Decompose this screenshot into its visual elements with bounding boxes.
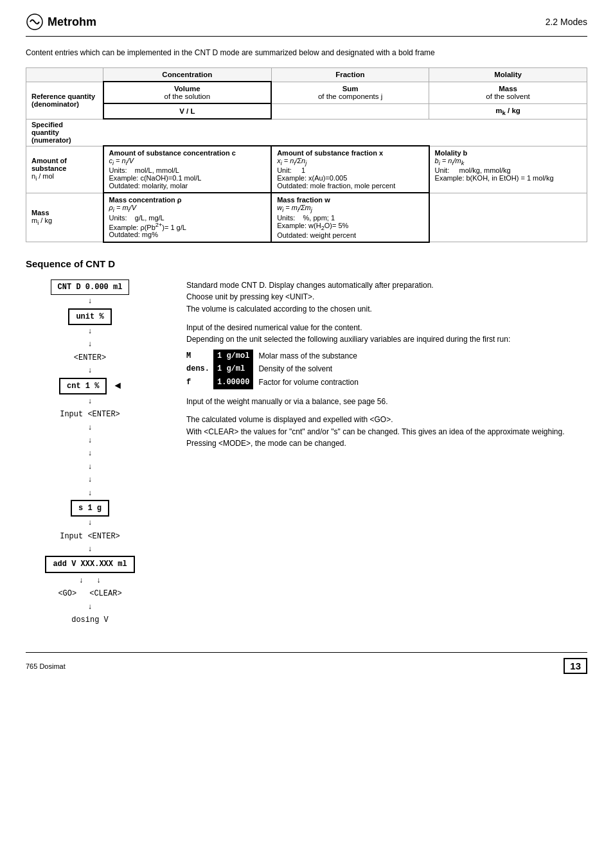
aux-dens-value: 1 g/ml xyxy=(213,362,253,376)
arrow5b: ↓ xyxy=(87,434,92,447)
arrow2: ↓ xyxy=(87,325,92,338)
step3-label: <ENTER> xyxy=(74,351,106,364)
step9a-label: <GO> xyxy=(58,587,76,600)
aux-dens-desc: Density of the solvent xyxy=(253,362,363,376)
volume-header: Volumeof the solution xyxy=(103,82,272,103)
aux-var-table: M 1 g/mol Molar mass of the substance de… xyxy=(186,350,364,389)
col-molality: Molality xyxy=(429,68,587,82)
fraction-x-cell: Amount of substance fraction x xi = ni/Σ… xyxy=(271,146,429,193)
sequence-diagram: CNT D 0.000 ml ↓ unit % ↓ ↓ <ENTER> ↓ cn… xyxy=(26,279,167,627)
step2-box: unit % xyxy=(68,308,111,325)
step4-box: cnt 1 % xyxy=(59,378,107,394)
mass-fraction-cell: Mass fraction w wi = mi/Σmj Units: %, pp… xyxy=(271,193,429,242)
amount-substance-label: Amount of substanceni / mol xyxy=(26,146,103,193)
sequence-container: CNT D 0.000 ml ↓ unit % ↓ ↓ <ENTER> ↓ cn… xyxy=(26,279,587,627)
step9-row: ↓ ↓ xyxy=(79,574,101,587)
bracket-left-arrow: ◄ xyxy=(114,378,121,395)
sequence-title: Sequence of CNT D xyxy=(26,258,587,269)
arrow7: ↓ xyxy=(87,543,92,556)
step6-box: s 1 g xyxy=(71,500,109,517)
col-fraction: Fraction xyxy=(271,68,429,82)
ref-qty-label: Reference quantity(denominator) xyxy=(26,82,103,119)
section-title: 2.2 Modes xyxy=(546,17,587,27)
metrohm-logo-icon xyxy=(26,13,44,31)
arrow4: ↓ xyxy=(87,395,92,408)
page-footer: 765 Dosimat 13 xyxy=(26,652,587,674)
molality-b-cell: Molality b bi = ni/mk Unit: mol/kg, mmol… xyxy=(429,146,587,193)
sequence-text: Standard mode CNT D. Display changes aut… xyxy=(186,279,587,450)
arrow5f: ↓ xyxy=(87,487,92,500)
arrow5e: ↓ xyxy=(87,474,92,486)
aux-dens-label: dens. xyxy=(186,362,213,376)
aux-f-desc: Factor for volume contraction xyxy=(253,376,363,389)
arrow3: ↓ xyxy=(87,364,92,377)
logo: Metrohm xyxy=(26,13,96,31)
modes-table-full: Concentration Fraction Molality Referenc… xyxy=(26,67,587,243)
mass-concentration-cell: Mass concentration ρ ρi = mi/V Units: g/… xyxy=(103,193,272,242)
concentration-c-cell: Amount of substance concentration c ci =… xyxy=(103,146,272,193)
seq-para1: Standard mode CNT D. Display changes aut… xyxy=(186,279,587,315)
aux-f-value: 1.00000 xyxy=(213,376,253,389)
col-concentration: Concentration xyxy=(103,68,272,82)
intro-text: Content entries which can be implemented… xyxy=(26,47,587,58)
sum-header: Sumof the components j xyxy=(271,82,429,103)
seq-para3: Input of the weight manually or via a ba… xyxy=(186,396,587,408)
seq-para4: The calculated volume is displayed and e… xyxy=(186,414,587,450)
step10-label: dosing V xyxy=(71,614,109,626)
aux-m-value: 1 g/mol xyxy=(213,350,253,363)
arrow2b: ↓ xyxy=(87,338,92,351)
step1-box: CNT D 0.000 ml xyxy=(51,279,130,295)
arrow1: ↓ xyxy=(87,295,92,308)
step5-label: Input <ENTER> xyxy=(60,408,120,421)
aux-m-desc: Molar mass of the substance xyxy=(253,350,363,363)
arrow8b: ↓ xyxy=(96,574,101,587)
arrow9: ↓ xyxy=(87,601,92,614)
page-header: Metrohm 2.2 Modes xyxy=(26,13,587,37)
arrow8a: ↓ xyxy=(79,574,84,587)
step9-labels: <GO> <CLEAR> xyxy=(58,587,121,600)
step7-label: Input <ENTER> xyxy=(60,530,120,543)
page-number: 13 xyxy=(564,658,587,674)
arrow6: ↓ xyxy=(87,517,92,529)
logo-text: Metrohm xyxy=(48,15,96,29)
seq-para2a: Input of the desired numerical value for… xyxy=(186,322,587,346)
molality-mass-empty xyxy=(429,193,587,242)
step9b-label: <CLEAR> xyxy=(89,587,121,600)
aux-m-label: M xyxy=(186,350,213,363)
arrow5c: ↓ xyxy=(87,447,92,460)
aux-f-label: f xyxy=(186,376,213,389)
specified-qty-label: Specifiedquantity(numerator) xyxy=(26,119,587,146)
step8-box: add V XXX.XXX ml xyxy=(45,556,134,572)
footer-label: 765 Dosimat xyxy=(26,662,66,670)
mass-formula: mk / kg xyxy=(429,103,587,119)
mass-solvent-header: Massof the solvent xyxy=(429,82,587,103)
sequence-section: Sequence of CNT D CNT D 0.000 ml ↓ unit … xyxy=(26,258,587,627)
mass-label: Massmi / kg xyxy=(26,193,103,242)
sum-empty xyxy=(271,103,429,119)
arrow5d: ↓ xyxy=(87,461,92,474)
volume-formula: V / L xyxy=(103,103,272,119)
arrow5: ↓ xyxy=(87,421,92,434)
